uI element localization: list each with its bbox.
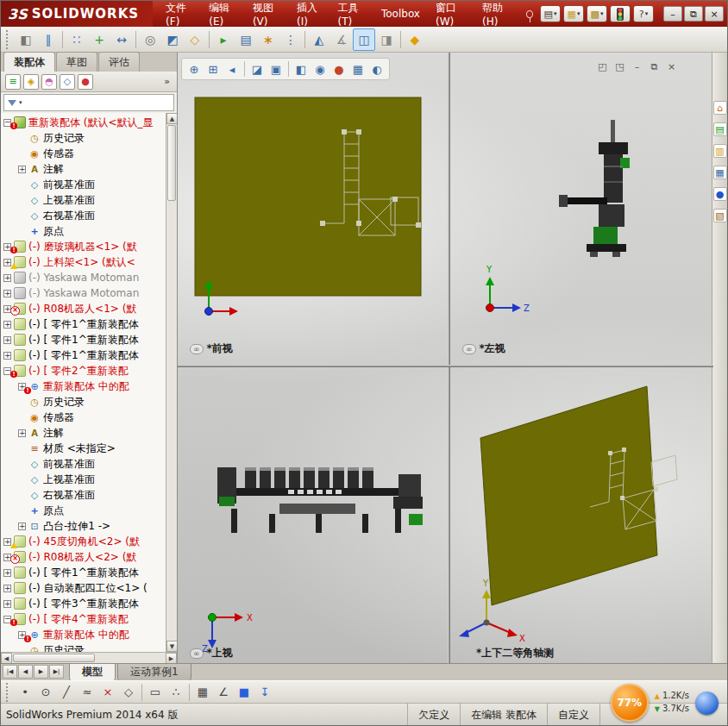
filter-funnel-icon[interactable] xyxy=(8,100,16,106)
tree-item[interactable]: 传感器 xyxy=(3,146,166,161)
tree-expander[interactable] xyxy=(3,321,11,329)
menu-item[interactable]: 插入(I) xyxy=(289,1,329,27)
commandmanager-tab[interactable]: 草图 xyxy=(56,52,97,72)
3d-sketch[interactable]: ■ xyxy=(234,683,254,702)
scroll-up-icon[interactable]: ▲ xyxy=(166,113,177,124)
assembly-features[interactable]: ◩ xyxy=(161,28,184,51)
minimize-button[interactable]: – xyxy=(663,6,682,22)
apply-scene[interactable]: ▦ xyxy=(348,59,367,78)
tree-item[interactable]: 历史记录 xyxy=(3,394,166,410)
polygon[interactable]: ◇ xyxy=(118,683,139,702)
tree-expander[interactable] xyxy=(3,290,11,297)
tree-item[interactable]: (-) [ 零件1^重新装配体 xyxy=(3,332,166,347)
viewport-isometric[interactable]: Y X *上下二等角轴测 xyxy=(450,367,713,663)
tree-item[interactable]: 右视基准面 xyxy=(3,208,166,223)
tree-item[interactable]: (-) R08机器人<2> (默 xyxy=(3,549,166,565)
tree-item[interactable]: 原点 xyxy=(3,503,166,518)
tree-expander[interactable] xyxy=(3,336,11,344)
display-style[interactable]: ◧ xyxy=(292,59,311,78)
tree-expander[interactable] xyxy=(18,166,26,173)
linear-sketch-pattern[interactable]: ▦ xyxy=(192,683,213,702)
featuremanager-tab-icon[interactable]: ≡ xyxy=(5,74,21,90)
tree-item[interactable]: 历史记录 xyxy=(3,642,166,652)
multiple-viewports[interactable]: ◫ xyxy=(353,28,375,51)
trim-entities[interactable]: × xyxy=(97,683,118,702)
quick-icon[interactable]: ▤ ▾ xyxy=(540,5,561,22)
tree-item[interactable]: 注解 xyxy=(3,425,166,441)
tree-item[interactable]: 历史记录 xyxy=(3,130,166,146)
tree-item[interactable]: 重新装配体 中的配 xyxy=(3,627,166,642)
tree-item[interactable]: (-) [ 零件3^重新装配体 xyxy=(3,596,166,611)
view-palette-icon[interactable]: ▦ xyxy=(713,166,727,179)
viewport-front[interactable]: ∞ *前视 ⊕ ⊞ xyxy=(178,53,448,365)
menu-item[interactable]: 文件(F) xyxy=(158,1,201,27)
tree-expander[interactable] xyxy=(18,523,26,530)
smart-fasteners[interactable]: + xyxy=(88,28,110,51)
quick-snaps[interactable]: ∴ xyxy=(166,683,186,702)
pin-icon[interactable] xyxy=(526,10,533,18)
tree-item[interactable]: (-) 45度切角机<2> (默 xyxy=(3,534,166,549)
toolbar-grip[interactable] xyxy=(6,683,9,702)
tree-item[interactable]: 前视基准面 xyxy=(3,456,166,472)
tree-item[interactable]: (-) [ 零件1^重新装配体 xyxy=(3,347,166,363)
quick-icon[interactable]: ▩ ▾ xyxy=(587,5,607,22)
tree-item[interactable]: 上视基准面 xyxy=(3,472,166,487)
exploded-view[interactable]: ∗ xyxy=(257,28,279,51)
viewport-left[interactable]: Y Z ∞ *左视 ◰ ◳ – ⧉ xyxy=(450,53,713,365)
tree-expander[interactable] xyxy=(3,352,11,360)
dimxpertmanager-tab-icon[interactable]: ◇ xyxy=(60,74,75,90)
commandmanager-tab[interactable]: 评估 xyxy=(98,52,140,72)
commandmanager-tab[interactable]: 装配体 xyxy=(3,52,55,72)
point[interactable]: • xyxy=(15,683,35,702)
interference-detection[interactable]: ◭ xyxy=(308,28,330,51)
move-component[interactable]: ↔ xyxy=(110,28,133,51)
restore-child-icon[interactable]: ⧉ xyxy=(649,61,660,72)
previous-view[interactable]: ◂ xyxy=(223,59,242,78)
tree-item[interactable]: 传感器 xyxy=(3,410,166,425)
tab-nav-button[interactable]: ▶| xyxy=(49,665,64,679)
tree-item[interactable]: (-) 上料架<1> (默认< xyxy=(3,254,166,270)
filter-dropdown-icon[interactable]: ▾ xyxy=(19,99,22,106)
configurationmanager-tab-icon[interactable]: ◓ xyxy=(41,74,57,90)
tree-item[interactable]: (-) 磨玻璃机器<1> (默 xyxy=(3,239,166,254)
menu-item[interactable]: 帮助(H) xyxy=(474,1,519,27)
solidworks-resources-icon[interactable]: ⌂ xyxy=(713,101,727,115)
edit-component[interactable]: ◨ xyxy=(375,28,398,51)
anchor[interactable]: ↧ xyxy=(254,683,275,702)
manager-more-chevron[interactable]: » xyxy=(164,76,173,87)
tree-item[interactable]: 材质 <未指定> xyxy=(3,441,166,456)
tree-vertical-scrollbar[interactable]: ▲ ▼ xyxy=(166,113,177,652)
tile-left-icon[interactable]: ◰ xyxy=(597,61,608,72)
menu-item[interactable]: 工具(T) xyxy=(329,1,373,27)
tree-item[interactable]: (-) Yaskawa Motoman xyxy=(3,285,166,301)
tab-nav-button[interactable]: ▶ xyxy=(34,665,48,679)
network-monitor-widget[interactable]: 77% 1.2K/s 3.7K/s xyxy=(611,684,719,722)
tree-item[interactable]: 重新装配体 (默认<默认_显 xyxy=(3,115,166,130)
menu-item[interactable]: 窗口(W) xyxy=(428,1,474,27)
tree-item[interactable]: 凸台-拉伸1 -> xyxy=(3,518,166,534)
tile-right-icon[interactable]: ◳ xyxy=(614,61,625,72)
viewport-splitter-vertical[interactable] xyxy=(448,53,450,663)
minimize-child-icon[interactable]: – xyxy=(631,61,643,72)
zoom-to-area[interactable]: ⊞ xyxy=(204,59,223,78)
view-orientation[interactable]: ▣ xyxy=(267,59,286,78)
memory-gauge[interactable]: 77% xyxy=(611,684,649,722)
design-library-icon[interactable]: ▤ xyxy=(713,122,727,136)
bill-of-materials[interactable]: ▤ xyxy=(235,28,257,51)
model-tab[interactable]: 模型 xyxy=(69,664,116,682)
hide-show-items[interactable]: ◉ xyxy=(311,59,329,78)
tree-item[interactable]: (-) [ 零件1^重新装配体 xyxy=(3,316,166,332)
scroll-down-icon[interactable]: ▼ xyxy=(166,641,177,652)
insert-components[interactable]: ◧ xyxy=(15,28,37,51)
tree-item[interactable]: 原点 xyxy=(3,223,166,239)
scroll-thumb[interactable] xyxy=(167,125,176,201)
corner-rectangle[interactable]: ▭ xyxy=(145,683,166,702)
tree-item[interactable]: 注解 xyxy=(3,161,166,177)
view-settings[interactable]: ◐ xyxy=(367,59,386,78)
tree-item[interactable]: (-) [ 零件4^重新装配 xyxy=(3,611,166,627)
custom-properties-icon[interactable]: ▧ xyxy=(713,209,727,222)
displaymanager-tab-icon[interactable]: ● xyxy=(78,74,93,90)
spline[interactable]: ≈ xyxy=(77,683,97,702)
appearances-scenes-icon[interactable]: ● xyxy=(713,187,727,201)
propertymanager-tab-icon[interactable]: ◈ xyxy=(23,74,39,90)
